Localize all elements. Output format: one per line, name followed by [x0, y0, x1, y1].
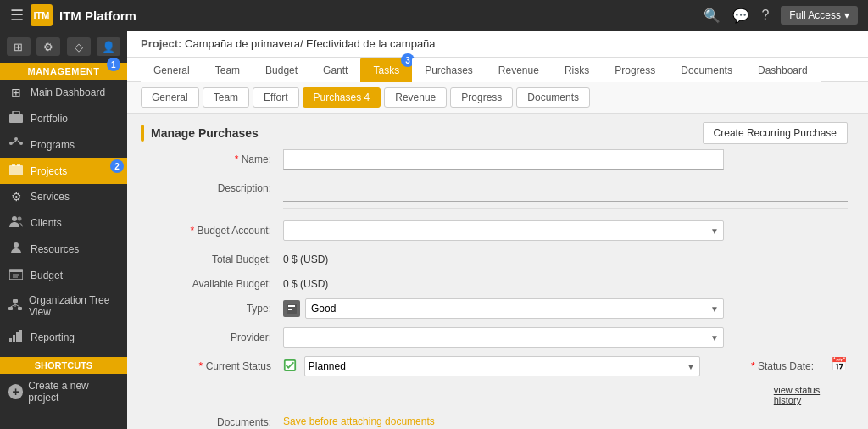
sidebar-item-clients[interactable]: Clients — [0, 209, 127, 236]
sidebar-item-programs[interactable]: Programs — [0, 131, 127, 158]
chat-icon[interactable]: 💬 — [732, 8, 749, 24]
tab-tasks[interactable]: Tasks 3 — [360, 58, 412, 82]
hamburger-icon[interactable]: ☰ — [10, 6, 24, 25]
management-badge: 1 — [107, 58, 120, 71]
form-row-view-status: view status history — [147, 385, 848, 405]
svg-rect-19 — [18, 307, 22, 310]
tab-revenue[interactable]: Revenue — [486, 58, 552, 82]
sidebar-icon-row: ⊞ ⚙ ◇ 👤 — [0, 31, 127, 63]
form-row-name: Name: — [147, 149, 848, 170]
sidebar-item-reporting[interactable]: Reporting — [0, 324, 127, 350]
tab-risks[interactable]: Risks — [552, 58, 602, 82]
svg-rect-18 — [8, 307, 13, 310]
type-label: Type: — [147, 298, 283, 315]
name-label: Name: — [147, 149, 283, 165]
tab-dashboard[interactable]: Dashboard — [745, 58, 821, 82]
sidebar-item-resources[interactable]: Resources — [0, 236, 127, 262]
form-row-description: Description: — [147, 178, 848, 212]
total-budget-label: Total Budget: — [147, 249, 283, 265]
provider-control: ▼ — [283, 327, 724, 348]
create-recurring-purchase-button[interactable]: Create Recurring Purchase — [703, 122, 848, 144]
svg-rect-26 — [19, 330, 22, 342]
svg-rect-17 — [13, 299, 18, 303]
sub-tab-general[interactable]: General — [141, 87, 199, 108]
sidebar-icon-monitor[interactable]: ⊞ — [7, 37, 31, 56]
access-button[interactable]: Full Access ▾ — [781, 6, 858, 25]
budget-account-control: ▼ — [283, 220, 724, 241]
manage-purchases-title: Manage Purchases — [151, 126, 259, 140]
sub-tab-effort[interactable]: Effort — [253, 87, 298, 108]
topbar-left: ☰ ITM ITM Platform — [10, 4, 136, 26]
description-input[interactable] — [283, 178, 848, 202]
svg-rect-1 — [13, 111, 19, 115]
purchases-form: Name: Description: — [127, 149, 868, 429]
budget-account-label: Budget Account: — [147, 220, 283, 237]
create-plus-icon: + — [8, 384, 23, 399]
resources-icon — [8, 242, 24, 256]
sidebar-item-services[interactable]: ⚙ Services — [0, 184, 127, 209]
form-row-budget-account: Budget Account: ▼ — [147, 220, 848, 241]
sub-tab-row: General Team Effort Purchases 4 Revenue … — [127, 82, 868, 114]
svg-point-3 — [14, 137, 18, 141]
status-select-wrap: Planned In Progress Completed ▼ — [283, 356, 700, 376]
tab-documents[interactable]: Documents — [668, 58, 745, 82]
current-status-control: Planned In Progress Completed ▼ — [283, 356, 700, 376]
diamond-icon: ◇ — [67, 37, 91, 56]
status-planned-icon — [283, 359, 301, 374]
svg-rect-9 — [17, 164, 20, 166]
sidebar-item-main-dashboard[interactable]: ⊞ Main Dashboard — [0, 80, 127, 105]
description-control — [283, 178, 848, 212]
tab-gantt[interactable]: Gantt — [310, 58, 360, 82]
description-label: Description: — [147, 178, 283, 194]
svg-point-12 — [14, 242, 19, 248]
sidebar-icon-diamond[interactable]: ◇ — [67, 37, 91, 56]
sub-tab-documents[interactable]: Documents — [516, 87, 590, 108]
calendar-icon[interactable]: 📅 — [831, 356, 848, 372]
svg-point-2 — [9, 142, 13, 145]
search-icon[interactable]: 🔍 — [704, 8, 721, 24]
form-row-provider: Provider: ▼ — [147, 327, 848, 348]
svg-point-10 — [12, 216, 17, 221]
type-icon — [283, 300, 300, 317]
sub-tab-revenue[interactable]: Revenue — [384, 87, 447, 108]
view-status-history-link[interactable]: view status history — [774, 385, 827, 405]
current-status-select[interactable]: Planned In Progress Completed — [304, 356, 700, 376]
sidebar-icon-gear[interactable]: ⚙ — [36, 37, 60, 56]
sidebar-item-projects[interactable]: Projects 2 — [0, 158, 127, 184]
tab-progress[interactable]: Progress — [602, 58, 668, 82]
projects-badge: 2 — [110, 159, 124, 173]
provider-select-wrap: ▼ — [283, 327, 724, 348]
sub-tab-progress[interactable]: Progress — [450, 87, 513, 108]
sub-tab-purchases[interactable]: Purchases 4 — [303, 87, 381, 108]
svg-point-11 — [18, 217, 22, 221]
sub-tab-team[interactable]: Team — [203, 87, 249, 108]
sidebar-item-budget[interactable]: Budget — [0, 262, 127, 288]
help-icon[interactable]: ? — [761, 8, 769, 23]
logo: ITM — [31, 4, 53, 26]
sidebar-section-management: MANAGEMENT 1 — [0, 63, 127, 80]
purchases-content: Manage Purchases Create Recurring Purcha… — [127, 114, 868, 429]
svg-rect-29 — [288, 309, 292, 310]
type-control: Good Service ▼ — [283, 298, 724, 319]
tab-team[interactable]: Team — [203, 58, 253, 82]
monitor-icon: ⊞ — [7, 37, 31, 56]
purchases-subtab-badge: 4 — [364, 92, 370, 103]
tab-purchases[interactable]: Purchases — [412, 58, 486, 82]
documents-label: Documents: — [147, 412, 283, 428]
budget-account-select[interactable] — [283, 220, 724, 241]
org-tree-icon — [8, 299, 22, 314]
name-input[interactable] — [283, 149, 724, 170]
tab-budget[interactable]: Budget — [253, 58, 310, 82]
create-new-project-item[interactable]: + Create a new project — [0, 374, 127, 410]
sidebar-item-portfolio[interactable]: Portfolio — [0, 105, 127, 131]
sidebar-item-org-tree[interactable]: Organization Tree View — [0, 288, 127, 324]
sidebar-icon-person[interactable]: 👤 — [97, 37, 120, 56]
type-select[interactable]: Good Service — [305, 298, 724, 319]
tab-general[interactable]: General — [141, 58, 203, 82]
type-select-wrap: Good Service ▼ — [283, 298, 724, 319]
section-accent — [141, 125, 144, 142]
reporting-icon — [8, 330, 24, 344]
form-row-documents: Documents: Save before attaching documen… — [147, 412, 848, 428]
provider-select[interactable] — [283, 327, 724, 348]
shortcuts-section: SHORTCUTS — [0, 357, 127, 374]
